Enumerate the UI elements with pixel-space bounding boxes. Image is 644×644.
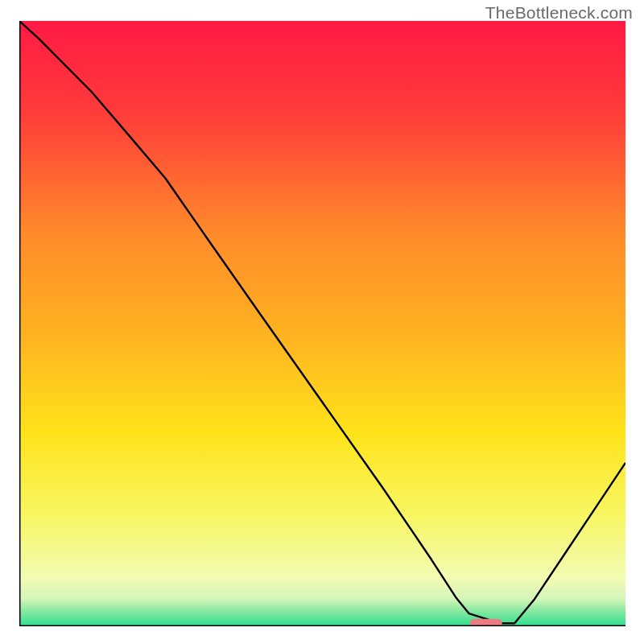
bottleneck-chart-svg [19, 21, 625, 626]
chart-plot-area [19, 21, 625, 626]
watermark-text: TheBottleneck.com [485, 3, 633, 23]
gradient-background [19, 21, 625, 626]
